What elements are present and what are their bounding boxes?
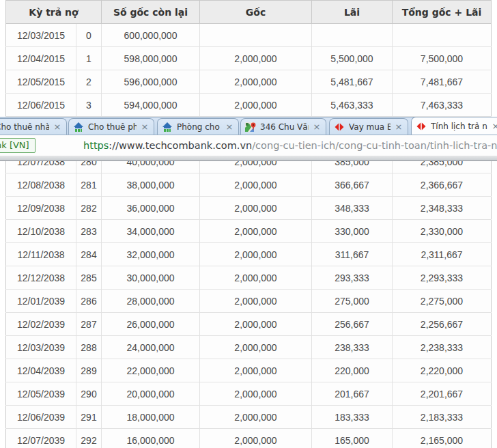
tab[interactable]: 346 Chu Văn A× (240, 118, 326, 135)
tab[interactable]: Cho thuê phò× (68, 118, 154, 135)
date-cell: 12/01/2039 (6, 290, 76, 313)
table-row: 12/01/2039 286 28,000,000 2,000,000 275,… (6, 290, 492, 313)
url-scheme: https (83, 140, 109, 151)
principal-cell: 2,000,000 (200, 359, 312, 382)
chrome-bottom-edge (0, 156, 497, 161)
house-icon (162, 122, 173, 132)
total-cell: 2,238,333 (393, 336, 492, 359)
interest-cell: 183,333 (312, 406, 393, 429)
principal-cell: 2,000,000 (200, 406, 312, 429)
index-cell: 289 (76, 359, 102, 382)
balance-cell: 18,000,000 (102, 406, 200, 429)
interest-cell: 385,000 (312, 161, 393, 173)
index-cell: 291 (76, 406, 102, 429)
tab-label: 346 Chu Văn A (260, 122, 309, 132)
date-cell: 12/06/2015 (6, 94, 76, 117)
table-row: 12/05/2039 290 20,000,000 2,000,000 201,… (6, 382, 492, 406)
table-row: 12/04/2039 289 22,000,000 2,000,000 220,… (6, 359, 492, 382)
principal-cell: 2,000,000 (200, 382, 312, 406)
index-cell: 290 (76, 382, 102, 406)
table-row: 12/09/2038 282 36,000,000 2,000,000 348,… (6, 197, 492, 220)
total-cell: 2,275,000 (393, 290, 492, 313)
tab-label: Vay mua Bất c (349, 122, 390, 132)
tab[interactable]: Phòng cho th× (157, 118, 239, 135)
table-row: 12/12/2038 285 30,000,000 2,000,000 293,… (6, 266, 492, 290)
interest-cell: 5,500,000 (312, 47, 393, 70)
principal-cell: 2,000,000 (200, 243, 312, 266)
interest-cell: 220,000 (312, 359, 393, 382)
interest-cell: 348,333 (312, 197, 393, 220)
index-cell: 1 (76, 47, 102, 70)
tab-close-icon[interactable]: × (225, 122, 234, 132)
page: Kỳ trả nợ Số gốc còn lại Gốc Lãi Tổng gố… (0, 0, 497, 448)
interest-cell: 366,667 (312, 173, 393, 197)
table-row: 12/11/2038 284 32,000,000 2,000,000 311,… (6, 243, 492, 266)
principal-cell: 2,000,000 (200, 429, 312, 448)
total-cell: 7,500,000 (393, 47, 492, 70)
total-cell: 2,256,667 (393, 313, 492, 336)
index-cell: 281 (76, 173, 102, 197)
total-cell: 7,481,667 (393, 70, 492, 94)
loan-table-top: Kỳ trả nợ Số gốc còn lại Gốc Lãi Tổng gố… (5, 0, 492, 117)
principal-cell: 2,000,000 (200, 94, 312, 117)
header-period: Kỳ trả nợ (6, 1, 102, 24)
tab-close-icon[interactable]: × (394, 122, 403, 132)
tab-close-icon[interactable]: × (53, 122, 62, 132)
index-cell: 284 (76, 243, 102, 266)
date-cell: 12/10/2038 (6, 220, 76, 243)
total-cell: 2,165,000 (393, 429, 492, 448)
interest-cell: 238,333 (312, 336, 393, 359)
interest-cell: 256,667 (312, 313, 393, 336)
balance-cell: 36,000,000 (102, 197, 200, 220)
date-cell: 12/06/2039 (6, 406, 76, 429)
browser-chrome: Cho thuê nhà×Cho thuê phò×Phòng cho th×3… (0, 117, 497, 161)
techcombank-icon (334, 122, 345, 132)
tab[interactable]: Vay mua Bất c× (329, 118, 408, 135)
table-row: 12/06/2015 3 594,000,000 2,000,000 5,463… (6, 94, 492, 117)
total-cell: 2,293,333 (393, 266, 492, 290)
header-principal: Gốc (200, 1, 312, 24)
tab-close-icon[interactable]: × (140, 122, 150, 132)
techcombank-icon (416, 121, 427, 132)
principal-cell: 2,000,000 (200, 161, 312, 173)
tab-label: Cho thuê nhà (0, 122, 49, 132)
index-cell: 280 (76, 161, 102, 173)
total-cell: 7,463,333 (393, 94, 492, 117)
header-balance: Số gốc còn lại (102, 1, 200, 24)
tab-close-icon[interactable]: × (491, 122, 497, 131)
balance-cell: 24,000,000 (102, 336, 200, 359)
table-header-row: Kỳ trả nợ Số gốc còn lại Gốc Lãi Tổng gố… (6, 1, 492, 24)
date-cell: 12/11/2038 (6, 243, 76, 266)
balance-cell: 22,000,000 (102, 359, 200, 382)
tab[interactable]: Cho thuê nhà× (0, 118, 67, 135)
tab-active[interactable]: Tính lịch trả n× (411, 117, 497, 135)
index-cell: 286 (76, 290, 102, 313)
total-cell: 2,201,667 (393, 382, 492, 406)
total-cell: 2,183,333 (393, 406, 492, 429)
url-host: ://www.techcombank.com.vn (109, 140, 252, 151)
tab-bar: Cho thuê nhà×Cho thuê phò×Phòng cho th×3… (0, 117, 497, 135)
tab-close-icon[interactable]: × (312, 122, 322, 132)
index-cell: 3 (76, 94, 102, 117)
ev-certificate-badge[interactable]: Stock Bank [VN] (0, 138, 36, 153)
index-cell: 292 (76, 429, 102, 448)
interest-cell: 330,000 (312, 220, 393, 243)
table-row: 12/07/2038 280 40,000,000 2,000,000 385,… (6, 161, 492, 173)
index-cell: 0 (76, 24, 102, 47)
loan-table-bottom: 12/07/2038 280 40,000,000 2,000,000 385,… (5, 161, 492, 448)
table-row: 12/06/2039 291 18,000,000 2,000,000 183,… (6, 406, 492, 429)
index-cell: 287 (76, 313, 102, 336)
index-cell: 283 (76, 220, 102, 243)
interest-cell: 201,667 (312, 382, 393, 406)
interest-cell: 275,000 (312, 290, 393, 313)
date-cell: 12/08/2038 (6, 173, 76, 197)
table-row: 12/03/2015 0 600,000,000 (6, 24, 492, 47)
url-field[interactable]: https://www.techcombank.com.vn/cong-cu-t… (83, 135, 497, 156)
table-row: 12/03/2039 288 24,000,000 2,000,000 238,… (6, 336, 492, 359)
interest-cell: 311,667 (312, 243, 393, 266)
interest-cell: 5,463,333 (312, 94, 393, 117)
house-icon (73, 122, 84, 132)
date-cell: 12/03/2039 (6, 336, 76, 359)
balance-cell: 34,000,000 (102, 220, 200, 243)
principal-cell: 2,000,000 (200, 220, 312, 243)
